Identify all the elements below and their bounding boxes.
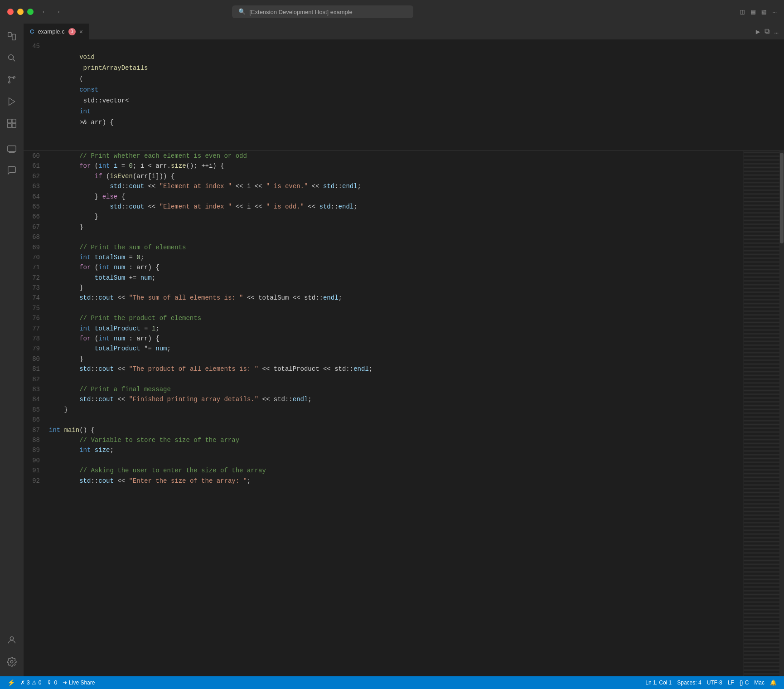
close-button[interactable] [7,9,14,15]
table-row: 90 [24,456,743,466]
svg-line-3 [13,59,15,61]
forward-button[interactable]: → [53,5,62,18]
search-icon: 🔍 [238,8,246,15]
status-left: ⚡ ✗ 3 ⚠ 0 🎙 0 ➜ Live Share [5,679,97,686]
svg-point-5 [9,82,10,83]
split-down-icon[interactable]: ⧉ [765,27,769,36]
split-editor-icon[interactable]: ◫ [740,7,745,16]
table-row: 88 // Variable to store the size of the … [24,435,743,445]
editor-wrapper: 60 // Print whether each element is even… [24,151,784,676]
activity-bar [0,24,24,676]
warning-icon: ⚠ [32,679,37,686]
error-count: 3 [27,679,30,686]
live-share-icon: ➜ [63,679,67,686]
lines-container: 60 // Print whether each element is even… [24,151,743,486]
svg-point-16 [10,637,13,640]
language-text: {} C [740,679,749,686]
table-row: 78 for (int num : arr) { [24,334,743,344]
customize-layout-icon[interactable]: ▧ [762,7,766,16]
table-row: 75 [24,303,743,313]
svg-rect-12 [8,146,16,152]
minimap [743,151,779,676]
position-text: Ln 1, Col 1 [645,679,672,686]
svg-rect-8 [8,119,11,123]
sidebar-item-settings[interactable] [3,653,21,671]
table-row: 85 } [24,405,743,415]
svg-point-6 [14,77,15,78]
sidebar-item-search[interactable] [3,49,21,67]
more-actions-icon[interactable]: … [772,7,777,16]
table-row: 61 for (int i = 0; i < arr.size(); ++i) … [24,161,743,171]
scrollbar[interactable] [779,151,784,676]
sidebar-item-source-control[interactable] [3,71,21,89]
sidebar-item-extensions[interactable] [3,114,21,132]
command-palette[interactable]: 🔍 [Extension Development Host] example [232,5,413,18]
table-row: 92 std::cout << "Enter the size of the a… [24,476,743,486]
run-code-icon[interactable]: ▶ [756,27,760,36]
live-share-label: Live Share [69,679,95,686]
bell-icon: 🔔 [770,679,777,686]
minimap-content [744,151,779,676]
table-row: 71 for (int num : arr) { [24,262,743,272]
language-mode[interactable]: {} C [738,679,751,686]
back-button[interactable]: ← [41,5,49,18]
svg-rect-0 [8,33,11,37]
table-row: 60 // Print whether each element is even… [24,151,743,161]
svg-point-2 [9,55,14,60]
tab-bar-actions: ▶ ⧉ … [750,24,784,39]
app-body: C example.c 3 × ▶ ⧉ … 45 void printArray… [0,24,784,676]
live-share-status[interactable]: ➜ Live Share [61,679,97,686]
table-row: 83 // Print a final message [24,384,743,394]
table-row: 76 // Print the product of elements [24,313,743,323]
scrollbar-thumb[interactable] [780,153,784,243]
titlebar: ← → 🔍 [Extension Development Host] examp… [0,0,784,24]
svg-rect-9 [12,119,16,123]
sidebar-item-chat[interactable] [3,161,21,180]
tab-example-c[interactable]: C example.c 3 × [24,24,90,39]
traffic-lights [7,9,34,15]
sticky-scroll-line: 45 void printArrayDetails ( const std::v… [24,40,784,151]
titlebar-actions: ◫ ▤ ▧ … [740,7,777,16]
os-platform[interactable]: Mac [752,679,766,686]
table-row: 63 std::cout << "Element at index " << i… [24,181,743,191]
svg-marker-7 [9,98,15,106]
os-text: Mac [754,679,765,686]
tab-error-badge: 3 [68,28,76,35]
svg-rect-1 [12,34,15,40]
table-row: 62 if (isEven(arr[i])) { [24,171,743,181]
table-row: 67 } [24,222,743,232]
notifications[interactable]: 🔔 [768,679,779,686]
minimize-button[interactable] [17,9,24,15]
error-icon: ✗ [20,679,25,686]
svg-rect-11 [8,124,11,127]
indentation[interactable]: Spaces: 4 [675,679,703,686]
toggle-panel-icon[interactable]: ▤ [751,7,755,16]
table-row: 70 int totalSum = 0; [24,252,743,262]
encoding[interactable]: UTF-8 [705,679,724,686]
sidebar-item-account[interactable] [3,631,21,649]
remote-status[interactable]: ⚡ [5,679,17,686]
microphone-status[interactable]: 🎙 0 [45,679,59,686]
table-row: 73 } [24,283,743,293]
table-row: 86 [24,415,743,425]
cursor-position[interactable]: Ln 1, Col 1 [644,679,673,686]
spaces-text: Spaces: 4 [677,679,701,686]
sidebar-item-remote[interactable] [3,140,21,158]
status-bar: ⚡ ✗ 3 ⚠ 0 🎙 0 ➜ Live Share Ln 1, Col 1 S… [0,676,784,689]
tab-close-button[interactable]: × [79,28,83,35]
line-ending[interactable]: LF [726,679,736,686]
code-area[interactable]: 60 // Print whether each element is even… [24,151,743,676]
table-row: 80 } [24,354,743,364]
table-row: 69 // Print the sum of elements [24,243,743,252]
maximize-button[interactable] [27,9,34,15]
editor-area: C example.c 3 × ▶ ⧉ … 45 void printArray… [24,24,784,676]
sidebar-item-files[interactable] [3,27,21,45]
sidebar-item-run[interactable] [3,92,21,111]
status-right: Ln 1, Col 1 Spaces: 4 UTF-8 LF {} C Mac … [644,679,779,686]
table-row: 72 totalSum += num; [24,273,743,283]
table-row: 82 [24,374,743,384]
encoding-text: UTF-8 [707,679,722,686]
errors-status[interactable]: ✗ 3 ⚠ 0 [19,679,43,686]
void-keyword: void [79,53,95,61]
more-tab-actions-icon[interactable]: … [774,28,779,36]
